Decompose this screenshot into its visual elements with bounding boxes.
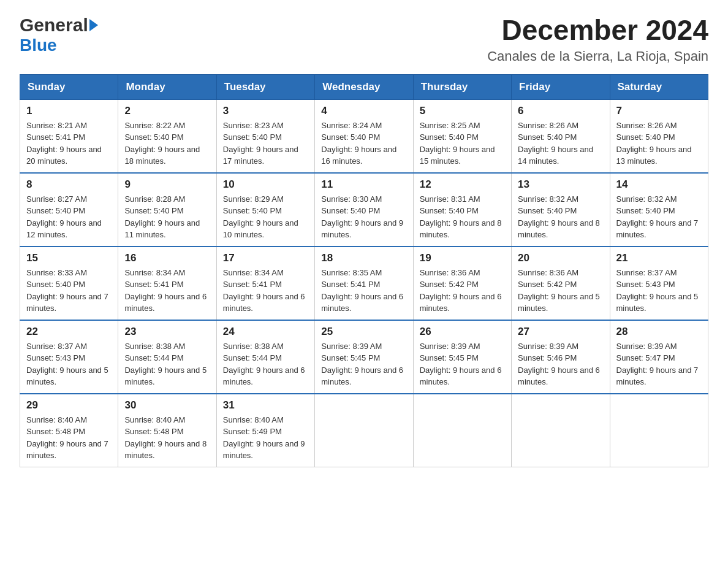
- day-info: Sunrise: 8:26 AM Sunset: 5:40 PM Dayligh…: [518, 120, 603, 167]
- day-info: Sunrise: 8:40 AM Sunset: 5:48 PM Dayligh…: [26, 414, 112, 462]
- day-number: 17: [223, 252, 308, 264]
- day-info: Sunrise: 8:39 AM Sunset: 5:47 PM Dayligh…: [616, 340, 702, 388]
- calendar-cell: [315, 394, 413, 467]
- calendar-week-row: 22 Sunrise: 8:37 AM Sunset: 5:43 PM Dayl…: [20, 320, 708, 394]
- day-info: Sunrise: 8:24 AM Sunset: 5:40 PM Dayligh…: [321, 120, 406, 167]
- calendar-col-sunday: Sunday: [20, 74, 118, 99]
- calendar-cell: 23 Sunrise: 8:38 AM Sunset: 5:44 PM Dayl…: [118, 320, 216, 394]
- calendar-cell: 19 Sunrise: 8:36 AM Sunset: 5:42 PM Dayl…: [413, 247, 511, 320]
- day-info: Sunrise: 8:34 AM Sunset: 5:41 PM Dayligh…: [124, 267, 210, 315]
- day-info: Sunrise: 8:27 AM Sunset: 5:40 PM Dayligh…: [26, 193, 112, 241]
- calendar-cell: 11 Sunrise: 8:30 AM Sunset: 5:40 PM Dayl…: [315, 173, 413, 247]
- day-number: 2: [124, 105, 210, 117]
- day-info: Sunrise: 8:28 AM Sunset: 5:40 PM Dayligh…: [124, 193, 210, 241]
- day-info: Sunrise: 8:38 AM Sunset: 5:44 PM Dayligh…: [223, 340, 308, 388]
- logo: General Blue: [20, 15, 98, 55]
- day-number: 13: [518, 178, 603, 191]
- title-block: December 2024 Canales de la Sierra, La R…: [487, 15, 708, 64]
- calendar-col-tuesday: Tuesday: [216, 74, 314, 99]
- calendar-cell: 6 Sunrise: 8:26 AM Sunset: 5:40 PM Dayli…: [512, 99, 610, 173]
- day-number: 28: [616, 326, 702, 338]
- page-subtitle: Canales de la Sierra, La Rioja, Spain: [487, 48, 708, 64]
- calendar-cell: [413, 394, 511, 467]
- calendar-week-row: 15 Sunrise: 8:33 AM Sunset: 5:40 PM Dayl…: [20, 247, 708, 320]
- calendar-cell: 13 Sunrise: 8:32 AM Sunset: 5:40 PM Dayl…: [512, 173, 610, 247]
- day-number: 1: [26, 105, 112, 117]
- day-number: 23: [124, 326, 210, 338]
- day-number: 22: [26, 326, 112, 338]
- calendar-cell: 9 Sunrise: 8:28 AM Sunset: 5:40 PM Dayli…: [118, 173, 216, 247]
- day-info: Sunrise: 8:31 AM Sunset: 5:40 PM Dayligh…: [420, 193, 505, 241]
- calendar-col-friday: Friday: [512, 74, 610, 99]
- logo-arrow-icon: [89, 19, 98, 31]
- calendar-cell: 28 Sunrise: 8:39 AM Sunset: 5:47 PM Dayl…: [610, 320, 708, 394]
- day-info: Sunrise: 8:32 AM Sunset: 5:40 PM Dayligh…: [616, 193, 702, 241]
- calendar-col-monday: Monday: [118, 74, 216, 99]
- day-number: 3: [223, 105, 308, 117]
- day-info: Sunrise: 8:33 AM Sunset: 5:40 PM Dayligh…: [26, 267, 112, 315]
- page-header: General Blue December 2024 Canales de la…: [20, 15, 708, 64]
- calendar-cell: 1 Sunrise: 8:21 AM Sunset: 5:41 PM Dayli…: [20, 99, 118, 173]
- calendar-cell: 5 Sunrise: 8:25 AM Sunset: 5:40 PM Dayli…: [413, 99, 511, 173]
- calendar-cell: 30 Sunrise: 8:40 AM Sunset: 5:48 PM Dayl…: [118, 394, 216, 467]
- calendar-cell: [512, 394, 610, 467]
- day-info: Sunrise: 8:30 AM Sunset: 5:40 PM Dayligh…: [321, 193, 406, 241]
- day-info: Sunrise: 8:37 AM Sunset: 5:43 PM Dayligh…: [26, 340, 112, 388]
- day-number: 14: [616, 178, 702, 191]
- calendar-table: SundayMondayTuesdayWednesdayThursdayFrid…: [20, 74, 708, 467]
- calendar-cell: 26 Sunrise: 8:39 AM Sunset: 5:45 PM Dayl…: [413, 320, 511, 394]
- calendar-cell: 29 Sunrise: 8:40 AM Sunset: 5:48 PM Dayl…: [20, 394, 118, 467]
- calendar-cell: 22 Sunrise: 8:37 AM Sunset: 5:43 PM Dayl…: [20, 320, 118, 394]
- calendar-col-saturday: Saturday: [610, 74, 708, 99]
- day-number: 18: [321, 252, 406, 264]
- day-number: 4: [321, 105, 406, 117]
- day-info: Sunrise: 8:36 AM Sunset: 5:42 PM Dayligh…: [518, 267, 603, 315]
- day-info: Sunrise: 8:39 AM Sunset: 5:46 PM Dayligh…: [518, 340, 603, 388]
- calendar-week-row: 1 Sunrise: 8:21 AM Sunset: 5:41 PM Dayli…: [20, 99, 708, 173]
- day-info: Sunrise: 8:26 AM Sunset: 5:40 PM Dayligh…: [616, 120, 702, 167]
- calendar-cell: 18 Sunrise: 8:35 AM Sunset: 5:41 PM Dayl…: [315, 247, 413, 320]
- calendar-cell: 31 Sunrise: 8:40 AM Sunset: 5:49 PM Dayl…: [216, 394, 314, 467]
- day-number: 26: [420, 326, 505, 338]
- calendar-col-thursday: Thursday: [413, 74, 511, 99]
- page-title: December 2024: [487, 15, 708, 46]
- day-number: 5: [420, 105, 505, 117]
- day-number: 29: [26, 399, 112, 412]
- day-number: 21: [616, 252, 702, 264]
- calendar-cell: 25 Sunrise: 8:39 AM Sunset: 5:45 PM Dayl…: [315, 320, 413, 394]
- calendar-cell: 16 Sunrise: 8:34 AM Sunset: 5:41 PM Dayl…: [118, 247, 216, 320]
- calendar-header-row: SundayMondayTuesdayWednesdayThursdayFrid…: [20, 74, 708, 99]
- day-number: 10: [223, 178, 308, 191]
- day-number: 27: [518, 326, 603, 338]
- calendar-cell: 8 Sunrise: 8:27 AM Sunset: 5:40 PM Dayli…: [20, 173, 118, 247]
- day-number: 16: [124, 252, 210, 264]
- day-number: 6: [518, 105, 603, 117]
- day-number: 25: [321, 326, 406, 338]
- calendar-cell: 3 Sunrise: 8:23 AM Sunset: 5:40 PM Dayli…: [216, 99, 314, 173]
- day-number: 7: [616, 105, 702, 117]
- calendar-cell: 15 Sunrise: 8:33 AM Sunset: 5:40 PM Dayl…: [20, 247, 118, 320]
- day-info: Sunrise: 8:32 AM Sunset: 5:40 PM Dayligh…: [518, 193, 603, 241]
- calendar-cell: 14 Sunrise: 8:32 AM Sunset: 5:40 PM Dayl…: [610, 173, 708, 247]
- calendar-cell: 7 Sunrise: 8:26 AM Sunset: 5:40 PM Dayli…: [610, 99, 708, 173]
- day-info: Sunrise: 8:34 AM Sunset: 5:41 PM Dayligh…: [223, 267, 308, 315]
- day-info: Sunrise: 8:22 AM Sunset: 5:40 PM Dayligh…: [124, 120, 210, 167]
- calendar-cell: 10 Sunrise: 8:29 AM Sunset: 5:40 PM Dayl…: [216, 173, 314, 247]
- day-number: 31: [223, 399, 308, 412]
- calendar-cell: 4 Sunrise: 8:24 AM Sunset: 5:40 PM Dayli…: [315, 99, 413, 173]
- day-number: 20: [518, 252, 603, 264]
- day-info: Sunrise: 8:21 AM Sunset: 5:41 PM Dayligh…: [26, 120, 112, 167]
- day-number: 15: [26, 252, 112, 264]
- logo-blue: Blue: [20, 36, 98, 55]
- day-info: Sunrise: 8:29 AM Sunset: 5:40 PM Dayligh…: [223, 193, 308, 241]
- day-info: Sunrise: 8:40 AM Sunset: 5:49 PM Dayligh…: [223, 414, 308, 462]
- calendar-cell: [610, 394, 708, 467]
- calendar-cell: 17 Sunrise: 8:34 AM Sunset: 5:41 PM Dayl…: [216, 247, 314, 320]
- day-info: Sunrise: 8:40 AM Sunset: 5:48 PM Dayligh…: [124, 414, 210, 462]
- calendar-cell: 21 Sunrise: 8:37 AM Sunset: 5:43 PM Dayl…: [610, 247, 708, 320]
- day-number: 24: [223, 326, 308, 338]
- calendar-col-wednesday: Wednesday: [315, 74, 413, 99]
- day-info: Sunrise: 8:39 AM Sunset: 5:45 PM Dayligh…: [420, 340, 505, 388]
- day-number: 8: [26, 178, 112, 191]
- day-info: Sunrise: 8:39 AM Sunset: 5:45 PM Dayligh…: [321, 340, 406, 388]
